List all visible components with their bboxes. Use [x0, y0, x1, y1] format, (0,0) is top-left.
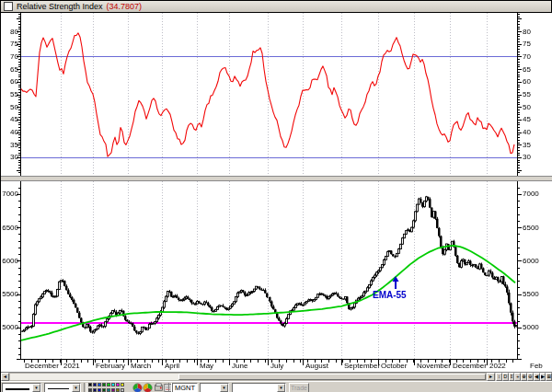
- price-y-tick-label: 7000: [523, 190, 550, 198]
- palette-color-swatch[interactable]: [121, 388, 124, 392]
- chart-nav-button-2[interactable]: ⇕: [509, 373, 515, 381]
- scroll-thumb[interactable]: [178, 374, 486, 380]
- palette-color-swatch[interactable]: [88, 383, 92, 386]
- period-dropdown-arrow[interactable]: ▼: [220, 384, 228, 392]
- horizontal-scrollbar[interactable]: ◄ ► ↕D⇕+⊕⊖◀▶⊞: [1, 372, 552, 381]
- palette-color-swatch[interactable]: [93, 383, 97, 386]
- palette-color-swatch[interactable]: [121, 383, 124, 386]
- rsi-y-tick-label: 65: [523, 65, 550, 74]
- toolbar-separator: [84, 383, 87, 392]
- ema-arrow-icon: [391, 276, 400, 290]
- palette-color-swatch[interactable]: [98, 388, 101, 392]
- rsi-y-tick-label: 50: [1, 103, 18, 111]
- indicator-value: (34.7807): [107, 1, 143, 12]
- palette-color-swatch[interactable]: [88, 388, 92, 392]
- line-weight-combo[interactable]: ▼: [2, 383, 41, 392]
- indicator-titlebar[interactable]: Relative Strength Index (34.7807): [1, 1, 551, 13]
- palette-color-swatch[interactable]: [102, 388, 106, 392]
- chart-window: Relative Strength Index (34.7807) EMA-55…: [0, 0, 552, 392]
- chart-nav-button-0[interactable]: ↕: [496, 373, 502, 381]
- rsi-y-tick-label: 35: [1, 141, 18, 149]
- template-combo[interactable]: ▼: [232, 383, 286, 392]
- chart-nav-button-3[interactable]: +: [514, 373, 521, 381]
- indicator-title: Relative Strength Index: [17, 1, 103, 12]
- rsi-y-tick-label: 30: [1, 153, 18, 161]
- palette-color-swatch[interactable]: [107, 388, 110, 392]
- price-y-tick-label: 7000: [1, 190, 18, 198]
- chart-nav-button-6[interactable]: ◀: [534, 373, 540, 381]
- x-axis-month-label: Feb: [530, 362, 543, 370]
- indicator-collapse-box[interactable]: [4, 2, 13, 11]
- price-y-tick-label: 6000: [523, 257, 550, 265]
- palette-color-swatch[interactable]: [111, 383, 115, 386]
- rsi-y-tick-label: 80: [1, 28, 18, 36]
- palette-color-swatch[interactable]: [107, 383, 110, 386]
- x-axis-month-label: September: [344, 362, 380, 370]
- thin-line-sample: [48, 388, 69, 389]
- palette-color-swatch[interactable]: [111, 388, 115, 392]
- rsi-y-tick-label: 40: [1, 128, 18, 136]
- x-axis-month-label: May: [200, 362, 213, 370]
- scroll-right-button[interactable]: ►: [487, 373, 495, 381]
- palette-color-swatch[interactable]: [102, 383, 106, 386]
- x-axis-month-label: November: [417, 362, 451, 370]
- scroll-left-button[interactable]: ◄: [1, 373, 9, 381]
- rsi-y-tick-label: 50: [523, 103, 550, 111]
- rsi-y-tick-label: 30: [523, 153, 550, 161]
- x-axis-month-label: February: [96, 362, 125, 370]
- x-axis-month-label: August: [305, 362, 328, 370]
- rsi-y-tick-label: 65: [1, 65, 18, 74]
- chart-nav-button-7[interactable]: ▶: [540, 373, 546, 381]
- rsi-y-tick-label: 70: [523, 52, 550, 61]
- rsi-y-tick-label: 45: [523, 115, 550, 123]
- symbol-field[interactable]: MGNT: [172, 383, 198, 392]
- chart-nav-button-8[interactable]: ⊞: [546, 373, 552, 381]
- line-style-dropdown-arrow[interactable]: ▼: [72, 384, 80, 392]
- x-axis-month-label: July: [270, 362, 283, 370]
- rsi-y-tick-label: 75: [523, 40, 550, 48]
- price-y-tick-label: 6500: [523, 224, 550, 232]
- thick-line-sample: [6, 388, 29, 390]
- template-dropdown-arrow[interactable]: ▼: [277, 384, 285, 392]
- ema-label: EMA-55: [373, 290, 407, 300]
- rsi-panel[interactable]: [1, 13, 552, 176]
- price-y-tick-label: 5000: [523, 323, 550, 331]
- rsi-y-tick-label: 40: [523, 128, 550, 136]
- rsi-y-tick-label: 55: [523, 90, 550, 98]
- price-y-tick-label: 5000: [1, 323, 18, 331]
- rsi-y-tick-label: 80: [523, 28, 550, 36]
- x-axis-month-label: April: [165, 362, 179, 370]
- x-axis-month-label: 2021: [63, 362, 80, 370]
- line-weight-dropdown-arrow[interactable]: ▼: [32, 384, 40, 392]
- rsi-y-tick-label: 70: [1, 52, 18, 61]
- x-axis-month-label: December: [25, 362, 59, 370]
- x-axis-month-label: October: [381, 362, 407, 370]
- palette-color-swatch[interactable]: [98, 383, 101, 386]
- chart-globe-icon-2[interactable]: [143, 383, 153, 392]
- rsi-y-tick-label: 60: [1, 77, 18, 86]
- rsi-y-tick-label: 55: [1, 90, 18, 98]
- chart-nav-buttons: ↕D⇕+⊕⊖◀▶⊞: [496, 373, 552, 381]
- x-axis-month-label: December: [453, 362, 487, 370]
- chart-nav-button-5[interactable]: ⊖: [527, 373, 534, 381]
- price-y-tick-label: 6500: [1, 224, 18, 232]
- ema-callout: EMA-55: [371, 276, 426, 302]
- palette-color-swatch[interactable]: [116, 388, 120, 392]
- chart-nav-button-4[interactable]: ⊕: [521, 373, 527, 381]
- rsi-y-tick-label: 35: [523, 141, 550, 149]
- price-y-tick-label: 6000: [1, 257, 18, 265]
- palette-color-swatch[interactable]: [116, 383, 120, 386]
- period-combo[interactable]: ▼: [200, 383, 229, 392]
- chart-globe-icon-1[interactable]: [132, 383, 143, 392]
- bottom-toolbar: ▼ ▼ MG: [1, 381, 552, 392]
- chart-nav-button-1[interactable]: D: [502, 373, 509, 381]
- price-panel[interactable]: [1, 181, 552, 372]
- trade-button[interactable]: Trade: [289, 383, 309, 392]
- rsi-y-tick-label: 60: [523, 77, 550, 86]
- palette-color-swatch[interactable]: [93, 388, 97, 392]
- x-axis-month-label: June: [232, 362, 247, 370]
- scroll-track[interactable]: [9, 373, 487, 381]
- x-axis-month-label: 2022: [489, 362, 506, 370]
- x-axis-month-label: March: [131, 362, 151, 370]
- line-style-combo[interactable]: ▼: [44, 383, 81, 392]
